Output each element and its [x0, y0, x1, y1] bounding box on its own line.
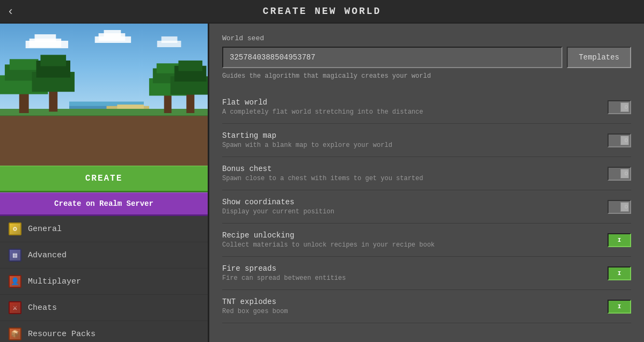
realm-button[interactable]: Create on Realm Server — [0, 192, 208, 216]
sidebar-item-advanced[interactable]: ▤ Advanced — [0, 242, 208, 269]
toggle-row-tnt-explodes: TNT explodes Red box goes boom I — [222, 290, 631, 323]
sidebar-item-general[interactable]: ⚙ General — [0, 216, 208, 242]
toggle-on-label: I — [618, 237, 621, 243]
toggle-title-bonus-chest: Bonus chest — [222, 165, 608, 173]
world-preview-canvas — [0, 24, 208, 166]
content-area: World seed Templates Guides the algorith… — [209, 24, 644, 342]
toggle-bonus-chest[interactable]: O — [608, 167, 631, 181]
toggle-switch-fire-spreads: I — [608, 266, 631, 280]
sidebar-item-label: General — [28, 225, 62, 234]
seed-row: Templates — [222, 47, 631, 68]
seed-input[interactable] — [222, 47, 562, 68]
toggle-row-flat-world: Flat world A completely flat world stret… — [222, 91, 631, 124]
sidebar-item-label: Multiplayer — [28, 277, 81, 286]
toggle-off-label: O — [624, 170, 628, 177]
toggle-title-recipe-unlocking: Recipe unlocking — [222, 231, 608, 240]
toggle-row-recipe-unlocking: Recipe unlocking Collect materials to un… — [222, 224, 631, 257]
toggle-flat-world[interactable]: O — [608, 100, 631, 114]
world-preview — [0, 24, 208, 166]
toggle-starting-map[interactable]: O — [608, 133, 631, 147]
cheats-icon: ⚔ — [9, 301, 21, 314]
toggle-info-starting-map: Starting map Spawn with a blank map to e… — [222, 131, 608, 149]
create-button[interactable]: CREATE — [0, 166, 208, 192]
nav-items: ⚙ General ▤ Advanced 👤 Multiplayer ⚔ Che… — [0, 216, 208, 342]
toggle-info-tnt-explodes: TNT explodes Red box goes boom — [222, 298, 608, 315]
toggle-switch-starting-map: O — [608, 133, 631, 147]
advanced-icon: ▤ — [9, 249, 21, 262]
toggle-switch-tnt-explodes: I — [608, 300, 631, 314]
resource-icon: 📦 — [9, 328, 21, 340]
toggle-recipe-unlocking[interactable]: I — [608, 233, 631, 247]
templates-button[interactable]: Templates — [567, 47, 631, 68]
toggle-title-starting-map: Starting map — [222, 131, 608, 140]
toggle-switch-bonus-chest: O — [608, 167, 631, 181]
multiplayer-icon: 👤 — [9, 275, 21, 288]
toggle-show-coordinates[interactable]: O — [608, 200, 631, 214]
toggle-row-show-coordinates: Show coordinates Display your current po… — [222, 190, 631, 224]
toggle-info-bonus-chest: Bonus chest Spawn close to a chest with … — [222, 165, 608, 182]
general-icon: ⚙ — [9, 222, 21, 235]
toggle-info-show-coordinates: Show coordinates Display your current po… — [222, 198, 608, 215]
toggle-title-flat-world: Flat world — [222, 98, 608, 107]
toggle-row-fire-spreads: Fire spreads Fire can spread between ent… — [222, 257, 631, 290]
toggle-row-bonus-chest: Bonus chest Spawn close to a chest with … — [222, 157, 631, 190]
toggle-switch-flat-world: O — [608, 100, 631, 114]
seed-hint: Guides the algorithm that magically crea… — [222, 72, 631, 80]
toggle-switch-show-coordinates: O — [608, 200, 631, 214]
toggle-desc-starting-map: Spawn with a blank map to explore your w… — [222, 142, 608, 149]
sidebar-item-multiplayer[interactable]: 👤 Multiplayer — [0, 269, 208, 295]
toggle-on-label: I — [618, 303, 621, 310]
toggle-switch-recipe-unlocking: I — [608, 233, 631, 247]
toggle-info-flat-world: Flat world A completely flat world stret… — [222, 98, 608, 116]
toggle-title-tnt-explodes: TNT explodes — [222, 298, 608, 306]
toggle-off-label: O — [624, 204, 628, 210]
toggle-desc-recipe-unlocking: Collect materials to unlock recipes in y… — [222, 241, 608, 249]
toggle-desc-flat-world: A completely flat world stretching into … — [222, 108, 608, 116]
toggle-title-fire-spreads: Fire spreads — [222, 264, 608, 273]
toggles-container: Flat world A completely flat world stret… — [222, 91, 631, 323]
sidebar-item-label: Cheats — [28, 303, 57, 313]
toggle-desc-fire-spreads: Fire can spread between entities — [222, 274, 608, 282]
sidebar-item-label: Advanced — [28, 251, 67, 260]
main-layout: CREATE Create on Realm Server ⚙ General … — [0, 24, 644, 342]
sidebar-item-cheats[interactable]: ⚔ Cheats — [0, 295, 208, 321]
toggle-off-label: O — [624, 137, 628, 144]
toggle-desc-bonus-chest: Spawn close to a chest with items to get… — [222, 175, 608, 182]
sidebar: CREATE Create on Realm Server ⚙ General … — [0, 24, 209, 342]
sidebar-item-label: Resource Packs — [28, 330, 96, 339]
world-seed-label: World seed — [222, 34, 631, 42]
back-button[interactable]: ‹ — [9, 4, 12, 18]
toggle-row-starting-map: Starting map Spawn with a blank map to e… — [222, 124, 631, 157]
page-title: CREATE NEW WORLD — [263, 6, 382, 17]
toggle-off-label: O — [624, 104, 628, 110]
toggle-info-recipe-unlocking: Recipe unlocking Collect materials to un… — [222, 231, 608, 249]
sidebar-item-resource-packs[interactable]: 📦 Resource Packs — [0, 321, 208, 342]
toggle-title-show-coordinates: Show coordinates — [222, 198, 608, 206]
header: ‹ CREATE NEW WORLD — [0, 0, 644, 24]
toggle-desc-tnt-explodes: Red box goes boom — [222, 308, 608, 315]
toggle-fire-spreads[interactable]: I — [608, 266, 631, 280]
toggle-tnt-explodes[interactable]: I — [608, 300, 631, 314]
toggle-desc-show-coordinates: Display your current position — [222, 208, 608, 215]
toggle-on-label: I — [618, 270, 621, 277]
toggle-info-fire-spreads: Fire spreads Fire can spread between ent… — [222, 264, 608, 282]
